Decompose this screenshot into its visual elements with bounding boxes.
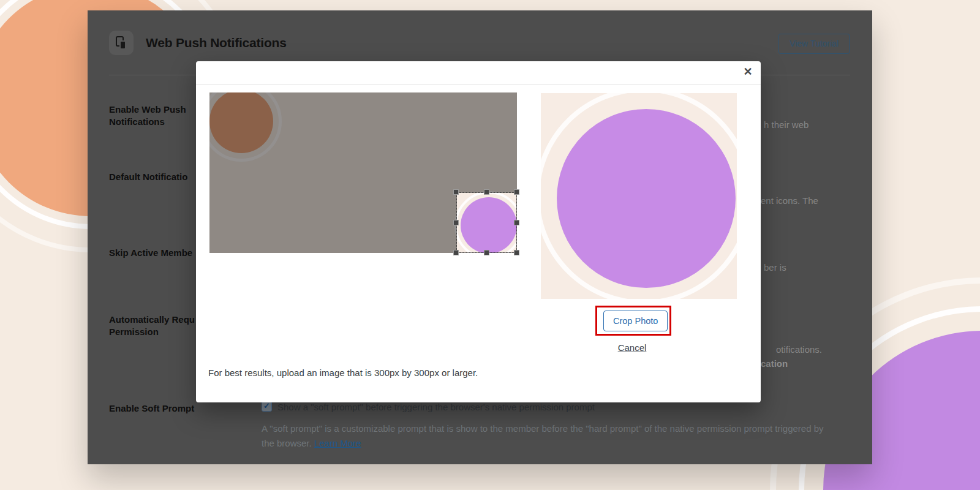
setting-label-default-notification: Default Notificatio — [109, 171, 187, 183]
crop-selection-window — [457, 193, 516, 252]
modal-header: ✕ — [196, 61, 761, 85]
crop-selection[interactable] — [456, 192, 517, 253]
view-tutorial-button[interactable]: View Tutorial — [778, 34, 850, 54]
resize-handle-nw[interactable] — [453, 189, 459, 195]
resize-handle-sw[interactable] — [453, 250, 459, 255]
image-circle-purple — [461, 197, 516, 252]
description-fragment: ber is — [764, 262, 786, 273]
description-fragment: otifications. — [776, 344, 822, 355]
resize-handle-w[interactable] — [453, 220, 459, 225]
crop-photo-button[interactable]: Crop Photo — [603, 311, 668, 331]
crop-photo-modal: ✕ — [196, 61, 761, 402]
setting-label-skip-active-members: Skip Active Membe — [109, 247, 192, 259]
cancel-link[interactable]: Cancel — [618, 342, 647, 353]
crop-help-text: For best results, upload an image that i… — [208, 368, 478, 378]
setting-label-enable-soft-prompt: Enable Soft Prompt — [109, 402, 194, 415]
resize-handle-s[interactable] — [484, 250, 489, 255]
crop-source-image — [209, 92, 517, 253]
soft-prompt-checkbox[interactable]: ✓ — [262, 401, 272, 412]
preview-circle-purple — [557, 109, 736, 288]
resize-handle-se[interactable] — [514, 250, 519, 255]
description-fragment: cation — [761, 358, 788, 369]
description-fragment: ent icons. The — [761, 195, 818, 206]
devices-icon — [109, 31, 134, 55]
phone-glyph — [119, 40, 126, 50]
cancel-wrap: Cancel — [534, 342, 730, 353]
description-fragment: h their web — [764, 119, 809, 130]
setting-label-auto-request-permission: Automatically Requ Permission — [109, 314, 195, 338]
learn-more-link[interactable]: Learn More — [314, 438, 361, 448]
close-icon[interactable]: ✕ — [741, 64, 755, 79]
resize-handle-e[interactable] — [514, 220, 519, 225]
soft-prompt-checkbox-label: Show a "soft prompt" before triggering t… — [277, 402, 595, 412]
soft-prompt-description: A "soft prompt" is a customizable prompt… — [262, 421, 825, 451]
setting-label-enable-web-push: Enable Web Push Notifications — [109, 104, 186, 128]
crop-preview — [541, 93, 737, 299]
resize-handle-ne[interactable] — [514, 189, 519, 195]
selection-image-layer — [457, 193, 516, 252]
page-title: Web Push Notifications — [146, 36, 287, 50]
resize-handle-n[interactable] — [484, 189, 489, 195]
